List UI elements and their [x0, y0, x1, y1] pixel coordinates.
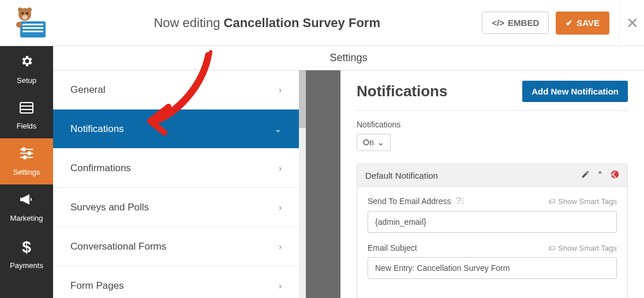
sidebar-item-confirmations[interactable]: Confirmations ›	[53, 149, 299, 188]
save-button[interactable]: ✔ SAVE	[556, 12, 609, 35]
nav-setup-label: Setup	[17, 76, 36, 85]
app-logo	[12, 6, 52, 40]
svg-point-3	[21, 12, 24, 14]
show-smart-tags-link[interactable]: 🏷 Show Smart Tags	[548, 197, 617, 206]
chevron-right-icon: ›	[279, 242, 282, 251]
top-bar: Now editing Cancellation Survey Form </>…	[0, 0, 644, 46]
svg-point-2	[27, 7, 32, 12]
svg-point-5	[22, 15, 28, 20]
delete-icon[interactable]	[611, 170, 619, 180]
embed-button[interactable]: </> EMBED	[482, 12, 549, 34]
save-label: SAVE	[576, 18, 600, 28]
chevron-right-icon: ›	[279, 85, 282, 95]
sidebar-label: Notifications	[70, 123, 124, 135]
email-subject-label: Email Subject	[368, 243, 417, 252]
form-name: Cancellation Survey Form	[224, 16, 380, 30]
code-icon: </>	[492, 18, 504, 28]
sliders-icon	[19, 147, 34, 163]
nav-settings-label: Settings	[13, 168, 40, 176]
sidebar-item-formpages[interactable]: Form Pages ›	[53, 266, 299, 298]
smart-tags-label: Show Smart Tags	[558, 197, 617, 206]
notification-card: Default Notification ˄ Send To Email Add…	[357, 164, 628, 298]
chevron-up-icon[interactable]: ˄	[598, 170, 602, 180]
nav-payments[interactable]: $ Payments	[0, 231, 53, 277]
sidebar-label: Confirmations	[70, 163, 131, 174]
email-subject-input[interactable]	[368, 257, 617, 279]
sidebar-item-general[interactable]: General ›	[53, 70, 299, 110]
svg-point-19	[24, 156, 27, 159]
scrollbar-track[interactable]	[299, 70, 306, 298]
send-to-input[interactable]	[368, 211, 617, 233]
dollar-icon: $	[22, 238, 31, 256]
sidebar-item-surveys[interactable]: Surveys and Polls ›	[53, 188, 299, 227]
close-icon[interactable]: ✕	[619, 0, 644, 46]
svg-rect-7	[23, 24, 43, 25]
nav-payments-label: Payments	[10, 261, 43, 270]
svg-rect-9	[23, 31, 43, 32]
embed-label: EMBED	[508, 18, 539, 28]
chevron-right-icon: ›	[279, 164, 282, 173]
svg-point-15	[23, 148, 25, 150]
smart-tags-label: Show Smart Tags	[558, 244, 617, 252]
notifications-toggle-select[interactable]: On ⌄	[357, 134, 391, 151]
tag-icon: 🏷	[548, 197, 556, 206]
page-title: Now editing Cancellation Survey Form	[52, 16, 482, 31]
left-nav: Setup Fields Settings Marketing $ Paymen…	[0, 46, 53, 298]
nav-fields[interactable]: Fields	[0, 92, 53, 138]
tag-icon: 🏷	[548, 244, 556, 252]
show-smart-tags-link[interactable]: 🏷 Show Smart Tags	[548, 244, 617, 252]
svg-rect-8	[23, 27, 43, 29]
svg-point-4	[26, 12, 28, 14]
nav-fields-label: Fields	[17, 122, 37, 130]
chevron-right-icon: ›	[279, 203, 282, 212]
edit-icon[interactable]	[581, 170, 590, 180]
check-icon: ✔	[566, 18, 573, 28]
list-icon	[20, 101, 33, 117]
scrollbar-thumb[interactable]	[299, 70, 306, 128]
settings-heading: Settings	[53, 46, 644, 70]
nav-settings[interactable]: Settings	[0, 138, 53, 184]
sidebar-label: Conversational Forms	[70, 241, 166, 252]
sidebar-item-conversational[interactable]: Conversational Forms ›	[53, 227, 299, 266]
main-heading: Notifications	[357, 82, 447, 100]
sidebar-item-notifications[interactable]: Notifications ⌄	[53, 110, 299, 149]
help-icon[interactable]: ?⃝	[453, 196, 464, 206]
svg-point-1	[18, 7, 23, 12]
nav-setup[interactable]: Setup	[0, 46, 53, 92]
notifications-toggle-label: Notifications	[357, 120, 628, 129]
nav-marketing-label: Marketing	[10, 214, 43, 222]
svg-point-10	[16, 22, 22, 28]
now-editing-label: Now editing	[153, 16, 220, 30]
nav-marketing[interactable]: Marketing	[0, 184, 53, 231]
add-notification-button[interactable]: Add New Notification	[522, 81, 628, 102]
panel-divider	[306, 70, 340, 298]
toggle-value: On	[363, 138, 374, 147]
svg-rect-11	[20, 103, 33, 113]
sidebar-label: Surveys and Polls	[70, 202, 149, 213]
gear-icon	[20, 54, 33, 71]
chevron-right-icon: ›	[279, 281, 282, 291]
settings-sidebar: General › Notifications ⌄ Confirmations …	[53, 70, 306, 298]
card-header: Default Notification ˄	[357, 164, 627, 187]
main-panel: Notifications Add New Notification Notif…	[340, 70, 644, 298]
chevron-down-icon: ⌄	[377, 138, 384, 147]
bullhorn-icon	[19, 193, 34, 209]
send-to-label: Send To Email Address	[368, 197, 451, 206]
chevron-down-icon: ⌄	[275, 125, 282, 134]
sidebar-label: General	[70, 84, 105, 96]
sidebar-label: Form Pages	[70, 280, 124, 292]
svg-point-17	[28, 152, 31, 154]
card-title: Default Notification	[365, 171, 438, 180]
